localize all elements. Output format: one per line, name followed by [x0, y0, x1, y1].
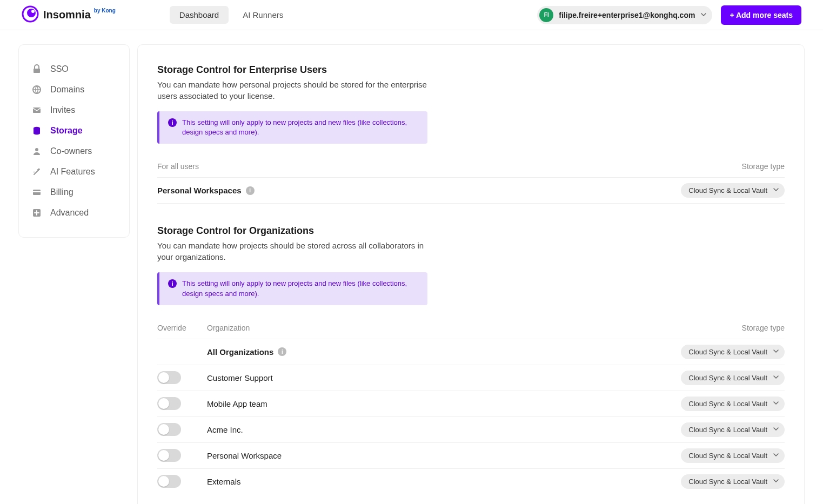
org-name: Mobile App team [207, 399, 681, 408]
chevron-down-icon [773, 400, 779, 408]
org-storage-select[interactable]: Cloud Sync & Local Vault [681, 422, 785, 437]
org-row: Externals Cloud Sync & Local Vault [157, 469, 785, 494]
mail-icon [32, 105, 42, 115]
globe-icon [32, 85, 42, 95]
plus-square-icon [32, 208, 42, 218]
sidebar-item-label: AI Features [50, 167, 95, 177]
svg-rect-5 [33, 107, 41, 113]
org-banner-text: This setting will only apply to new proj… [182, 279, 419, 298]
sidebar-item-label: Billing [50, 187, 73, 197]
tab-ai-runners[interactable]: AI Runners [233, 6, 293, 24]
org-row: Acme Inc. Cloud Sync & Local Vault [157, 417, 785, 443]
org-storage-select[interactable]: Cloud Sync & Local Vault [681, 474, 785, 489]
user-email: filipe.freire+enterprise1@konghq.com [559, 11, 695, 19]
override-toggle[interactable] [157, 475, 181, 488]
avatar: FI [539, 8, 553, 22]
chevron-down-icon [700, 11, 707, 19]
user-icon [32, 146, 42, 156]
org-row: Mobile App team Cloud Sync & Local Vault [157, 391, 785, 417]
sidebar-item-label: Domains [50, 85, 84, 95]
org-table-header: Override Organization Storage type [157, 324, 785, 339]
logo-icon [22, 5, 39, 24]
wand-icon [32, 167, 42, 177]
enterprise-table-header: For all users Storage type [157, 162, 785, 177]
sidebar-item-label: Advanced [50, 208, 89, 218]
org-name: Customer Support [207, 373, 681, 382]
col-storage-type: Storage type [742, 324, 785, 332]
user-menu[interactable]: FI filipe.freire+enterprise1@konghq.com [537, 6, 712, 24]
enterprise-section-title: Storage Control for Enterprise Users [157, 64, 785, 76]
all-organizations-row: All Organizations i Cloud Sync & Local V… [157, 339, 785, 365]
sidebar-item-coowners[interactable]: Co-owners [19, 141, 129, 162]
brand-byline: by Kong [94, 8, 116, 14]
lock-icon [32, 64, 42, 74]
chevron-down-icon [773, 478, 779, 486]
app-header: Insomnia by Kong Dashboard AI Runners FI… [0, 0, 823, 30]
add-seats-button[interactable]: + Add more seats [721, 5, 801, 25]
nav-tabs: Dashboard AI Runners [170, 6, 293, 24]
chevron-down-icon [773, 452, 779, 460]
sidebar-item-label: SSO [50, 64, 69, 74]
enterprise-section-desc: You can mandate how personal projects sh… [157, 79, 427, 102]
sidebar-item-label: Invites [50, 105, 75, 115]
col-for-all-users: For all users [157, 162, 199, 171]
col-storage-type: Storage type [742, 162, 785, 171]
chevron-down-icon [773, 374, 779, 382]
sidebar-item-billing[interactable]: Billing [19, 182, 129, 203]
info-icon[interactable]: i [246, 186, 255, 195]
chevron-down-icon [773, 186, 779, 194]
logo-area[interactable]: Insomnia by Kong [22, 5, 116, 24]
enterprise-info-banner: i This setting will only apply to new pr… [157, 111, 427, 144]
org-storage-select[interactable]: Cloud Sync & Local Vault [681, 371, 785, 385]
all-orgs-label: All Organizations i [207, 347, 681, 357]
override-toggle[interactable] [157, 397, 181, 410]
org-section-title: Storage Control for Organizations [157, 225, 785, 237]
svg-point-7 [35, 148, 38, 151]
org-storage-select[interactable]: Cloud Sync & Local Vault [681, 448, 785, 463]
org-row: Personal Workspace Cloud Sync & Local Va… [157, 443, 785, 469]
org-name: Personal Workspace [207, 451, 681, 460]
col-organization: Organization [207, 324, 742, 332]
personal-workspaces-storage-select[interactable]: Cloud Sync & Local Vault [681, 183, 785, 198]
org-section-desc: You can mandate how projects should be s… [157, 240, 427, 263]
org-storage-select[interactable]: Cloud Sync & Local Vault [681, 397, 785, 411]
sidebar-item-advanced[interactable]: Advanced [19, 203, 129, 223]
chevron-down-icon [773, 348, 779, 356]
col-override: Override [157, 324, 207, 332]
storage-icon [32, 126, 42, 136]
sidebar-item-storage[interactable]: Storage [19, 120, 129, 141]
svg-rect-3 [34, 69, 40, 73]
info-icon[interactable]: i [278, 347, 286, 356]
chevron-down-icon [773, 426, 779, 434]
org-info-banner: i This setting will only apply to new pr… [157, 272, 427, 305]
all-orgs-storage-select[interactable]: Cloud Sync & Local Vault [681, 345, 785, 359]
sidebar: SSO Domains Invites Storage Co-owners AI… [18, 44, 130, 238]
svg-rect-9 [33, 191, 41, 192]
override-toggle[interactable] [157, 423, 181, 436]
info-icon: i [168, 118, 177, 127]
sidebar-item-label: Storage [50, 126, 83, 136]
sidebar-item-sso[interactable]: SSO [19, 59, 129, 79]
org-name: Acme Inc. [207, 425, 681, 434]
enterprise-banner-text: This setting will only apply to new proj… [182, 118, 419, 137]
sidebar-item-domains[interactable]: Domains [19, 79, 129, 100]
info-icon: i [168, 279, 177, 288]
svg-point-1 [27, 9, 36, 17]
org-name: Externals [207, 477, 681, 486]
sidebar-item-label: Co-owners [50, 146, 92, 156]
sidebar-item-invites[interactable]: Invites [19, 100, 129, 120]
svg-point-2 [31, 10, 35, 13]
override-toggle[interactable] [157, 449, 181, 462]
sidebar-item-ai-features[interactable]: AI Features [19, 162, 129, 182]
personal-workspaces-label: Personal Workspaces i [157, 186, 681, 195]
card-icon [32, 187, 42, 197]
personal-workspaces-row: Personal Workspaces i Cloud Sync & Local… [157, 178, 785, 204]
tab-dashboard[interactable]: Dashboard [170, 6, 229, 24]
main-panel: Storage Control for Enterprise Users You… [137, 44, 805, 504]
org-row: Customer Support Cloud Sync & Local Vaul… [157, 365, 785, 391]
brand-name: Insomnia [43, 9, 91, 21]
override-toggle[interactable] [157, 371, 181, 384]
